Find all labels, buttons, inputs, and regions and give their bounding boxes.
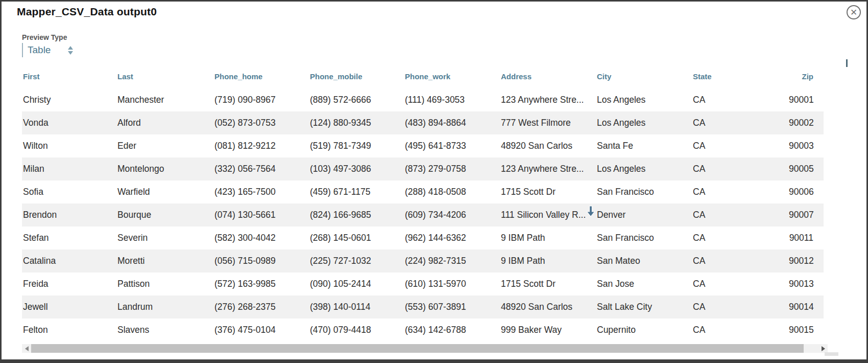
table-cell-last: Bourque bbox=[116, 210, 213, 220]
table-cell-last: Alford bbox=[116, 118, 213, 128]
table-row: SofiaWarfield(423) 165-7500(459) 671-117… bbox=[22, 180, 824, 203]
table-cell-phone_home: (074) 130-5661 bbox=[213, 210, 309, 220]
scroll-right-button[interactable] bbox=[818, 344, 828, 353]
preview-dialog: Mapper_CSV_Data output0 ✕ Preview Type T… bbox=[0, 0, 868, 363]
table-cell-last: Montelongo bbox=[116, 164, 213, 174]
table-cell-phone_work: (634) 142-6788 bbox=[404, 325, 500, 335]
table-row: JewellLandrum(276) 268-2375(398) 140-011… bbox=[22, 296, 824, 319]
close-button[interactable]: ✕ bbox=[847, 5, 861, 19]
column-header-phone_mobile: Phone_mobile bbox=[309, 72, 404, 81]
table-cell-last: Pattison bbox=[116, 279, 213, 289]
table-cell-state: CA bbox=[692, 233, 788, 243]
table-cell-address: 123 Anywhere Stre... bbox=[500, 95, 596, 105]
table-cell-address: 9 IBM Path bbox=[500, 256, 596, 266]
table-row: MilanMontelongo(332) 056-7564(103) 497-3… bbox=[22, 157, 824, 180]
table-cell-state: CA bbox=[692, 141, 788, 151]
table-cell-phone_home: (572) 163-9985 bbox=[213, 279, 309, 289]
table-cell-state: CA bbox=[692, 302, 788, 312]
table-cell-zip: 90007 bbox=[788, 210, 824, 220]
table-row: FeltonSlavens(376) 475-0104(470) 079-441… bbox=[22, 319, 824, 342]
column-header-phone_work: Phone_work bbox=[404, 72, 500, 81]
select-spinner-icon bbox=[68, 46, 73, 55]
table-cell-zip: 90014 bbox=[788, 302, 824, 312]
column-header-address: Address bbox=[500, 72, 596, 81]
table-cell-phone_home: (056) 715-0989 bbox=[213, 256, 309, 266]
table-cell-address: 111 Silicon Valley R... bbox=[500, 210, 596, 220]
table-cell-last: Slavens bbox=[116, 325, 213, 335]
preview-type-control: Preview Type Table bbox=[22, 33, 76, 57]
table-cell-phone_mobile: (459) 671-1175 bbox=[309, 187, 404, 197]
table-cell-city: Los Angeles bbox=[596, 118, 692, 128]
vertical-scrollbar-thumb[interactable] bbox=[846, 59, 848, 67]
table-cell-address: 999 Baker Way bbox=[500, 325, 596, 335]
table-cell-city: San Mateo bbox=[596, 256, 692, 266]
data-table: FirstLastPhone_homePhone_mobilePhone_wor… bbox=[22, 68, 824, 342]
table-cell-zip: 90002 bbox=[788, 118, 824, 128]
table-cell-address: 777 West Filmore bbox=[500, 118, 596, 128]
table-cell-zip: 90005 bbox=[788, 164, 824, 174]
table-row: FreidaPattison(572) 163-9985(090) 105-24… bbox=[22, 273, 824, 296]
table-cell-first: Milan bbox=[22, 164, 116, 174]
table-cell-city: Santa Fe bbox=[596, 141, 692, 151]
table-cell-address: 48920 San Carlos bbox=[500, 141, 596, 151]
table-cell-first: Sofia bbox=[22, 187, 116, 197]
table-cell-first: Vonda bbox=[22, 118, 116, 128]
table-cell-phone_home: (052) 873-0753 bbox=[213, 118, 309, 128]
scroll-left-button[interactable] bbox=[22, 344, 31, 353]
table-cell-first: Catalina bbox=[22, 256, 116, 266]
table-cell-city: Cupernito bbox=[596, 325, 692, 335]
table-cell-phone_home: (719) 090-8967 bbox=[213, 95, 309, 105]
chevron-up-icon bbox=[68, 46, 73, 50]
table-cell-state: CA bbox=[692, 210, 788, 220]
table-row: VondaAlford(052) 873-0753(124) 880-9345(… bbox=[22, 111, 824, 134]
scroll-right-icon bbox=[822, 346, 825, 351]
table-cell-city: Los Angeles bbox=[596, 164, 692, 174]
table-cell-first: Stefan bbox=[22, 233, 116, 243]
table-header-row: FirstLastPhone_homePhone_mobilePhone_wor… bbox=[22, 68, 824, 84]
table-cell-phone_home: (423) 165-7500 bbox=[213, 187, 309, 197]
column-header-zip: Zip bbox=[788, 72, 824, 81]
preview-type-value: Table bbox=[28, 44, 68, 56]
table-cell-city: Denver bbox=[596, 210, 692, 220]
column-header-state: State bbox=[692, 72, 788, 81]
table-cell-state: CA bbox=[692, 256, 788, 266]
table-cell-zip: 90003 bbox=[788, 141, 824, 151]
horizontal-scrollbar[interactable] bbox=[22, 344, 828, 353]
column-header-phone_home: Phone_home bbox=[213, 72, 309, 81]
table-row: CatalinaMoretti(056) 715-0989(225) 727-1… bbox=[22, 249, 824, 273]
table-cell-phone_work: (553) 607-3891 bbox=[404, 302, 500, 312]
column-header-city: City bbox=[596, 72, 692, 81]
table-cell-zip: 90006 bbox=[788, 187, 824, 197]
table-cell-last: Severin bbox=[116, 233, 213, 243]
preview-type-select[interactable]: Table bbox=[22, 43, 76, 57]
table-cell-address: 9 IBM Path bbox=[500, 233, 596, 243]
chevron-down-icon bbox=[68, 51, 73, 55]
table-cell-phone_home: (582) 300-4042 bbox=[213, 233, 309, 243]
table-cell-last: Landrum bbox=[116, 302, 213, 312]
table-cell-phone_work: (111) 469-3053 bbox=[404, 95, 500, 105]
table-cell-city: Los Angeles bbox=[596, 95, 692, 105]
table-cell-city: San Francisco bbox=[596, 233, 692, 243]
table-cell-first: Christy bbox=[22, 95, 116, 105]
table-cell-zip: 90011 bbox=[788, 233, 824, 243]
table-cell-phone_mobile: (889) 572-6666 bbox=[309, 95, 404, 105]
table-cell-phone_mobile: (268) 145-0601 bbox=[309, 233, 404, 243]
table-cell-first: Wilton bbox=[22, 141, 116, 151]
table-cell-phone_mobile: (124) 880-9345 bbox=[309, 118, 404, 128]
table-cell-phone_mobile: (225) 727-1032 bbox=[309, 256, 404, 266]
table-cell-last: Eder bbox=[116, 141, 213, 151]
close-icon: ✕ bbox=[850, 7, 857, 18]
scrollbar-corner bbox=[825, 352, 838, 356]
table-cell-phone_home: (276) 268-2375 bbox=[213, 302, 309, 312]
table-cell-first: Freida bbox=[22, 279, 116, 289]
table-cell-phone_mobile: (090) 105-2414 bbox=[309, 279, 404, 289]
table-cell-phone_work: (483) 894-8864 bbox=[404, 118, 500, 128]
table-cell-last: Warfield bbox=[116, 187, 213, 197]
table-cell-phone_mobile: (398) 140-0114 bbox=[309, 302, 404, 312]
horizontal-scrollbar-thumb[interactable] bbox=[31, 344, 804, 353]
table-cell-phone_home: (081) 812-9212 bbox=[213, 141, 309, 151]
table-cell-phone_home: (376) 475-0104 bbox=[213, 325, 309, 335]
table-cell-phone_home: (332) 056-7564 bbox=[213, 164, 309, 174]
table-cell-phone_work: (224) 982-7315 bbox=[404, 256, 500, 266]
table-cell-state: CA bbox=[692, 118, 788, 128]
